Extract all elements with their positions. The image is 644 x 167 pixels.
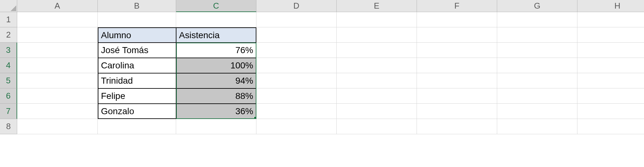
cell-A1[interactable] — [17, 12, 98, 27]
cell-E1[interactable] — [337, 12, 417, 27]
row-header-1[interactable]: 1 — [0, 12, 17, 27]
select-all-corner[interactable] — [0, 0, 17, 12]
cell-G3[interactable] — [497, 43, 577, 58]
cell-C6[interactable]: 88% — [176, 88, 256, 104]
cell-A4[interactable] — [17, 58, 98, 73]
cell-G1[interactable] — [497, 12, 577, 27]
cell-D8[interactable] — [256, 119, 337, 134]
cell-H2[interactable] — [577, 27, 644, 43]
cell-G6[interactable] — [497, 88, 577, 104]
cell-G8[interactable] — [497, 119, 577, 134]
cell-C1[interactable] — [176, 12, 256, 27]
cell-B6[interactable]: Felipe — [98, 88, 176, 104]
cell-B7[interactable]: Gonzalo — [98, 104, 176, 119]
cell-E4[interactable] — [337, 58, 417, 73]
row-header-3[interactable]: 3 — [0, 43, 17, 58]
col-header-E[interactable]: E — [337, 0, 417, 12]
cell-B3[interactable]: José Tomás — [98, 43, 176, 58]
cell-F5[interactable] — [417, 73, 497, 88]
cell-D2[interactable] — [256, 27, 337, 43]
cell-A2[interactable] — [17, 27, 98, 43]
cell-C8[interactable] — [176, 119, 256, 134]
cell-H7[interactable] — [577, 104, 644, 119]
cell-G7[interactable] — [497, 104, 577, 119]
col-header-A[interactable]: A — [17, 0, 98, 12]
cell-A5[interactable] — [17, 73, 98, 88]
cell-A3[interactable] — [17, 43, 98, 58]
cell-H1[interactable] — [577, 12, 644, 27]
col-header-C[interactable]: C — [176, 0, 256, 12]
cell-H5[interactable] — [577, 73, 644, 88]
cell-D3[interactable] — [256, 43, 337, 58]
cell-F4[interactable] — [417, 58, 497, 73]
row-header-2[interactable]: 2 — [0, 27, 17, 43]
cell-F6[interactable] — [417, 88, 497, 104]
col-header-D[interactable]: D — [256, 0, 337, 12]
cell-E6[interactable] — [337, 88, 417, 104]
cell-D4[interactable] — [256, 58, 337, 73]
cell-D6[interactable] — [256, 88, 337, 104]
cell-F7[interactable] — [417, 104, 497, 119]
cell-A8[interactable] — [17, 119, 98, 134]
row-header-4[interactable]: 4 — [0, 58, 17, 73]
cell-E8[interactable] — [337, 119, 417, 134]
cell-D1[interactable] — [256, 12, 337, 27]
col-header-G[interactable]: G — [497, 0, 577, 12]
cell-A6[interactable] — [17, 88, 98, 104]
cell-C5[interactable]: 94% — [176, 73, 256, 88]
cell-B8[interactable] — [98, 119, 176, 134]
cell-H4[interactable] — [577, 58, 644, 73]
cell-E7[interactable] — [337, 104, 417, 119]
cell-C7[interactable]: 36% — [176, 104, 256, 119]
cell-F8[interactable] — [417, 119, 497, 134]
cell-G5[interactable] — [497, 73, 577, 88]
cell-H6[interactable] — [577, 88, 644, 104]
cell-A7[interactable] — [17, 104, 98, 119]
row-header-7[interactable]: 7 — [0, 104, 17, 119]
col-header-H[interactable]: H — [577, 0, 644, 12]
cell-B2-alumno-header[interactable]: Alumno — [98, 27, 176, 43]
row-header-5[interactable]: 5 — [0, 73, 17, 88]
cell-E2[interactable] — [337, 27, 417, 43]
col-header-F[interactable]: F — [417, 0, 497, 12]
cell-B1[interactable] — [98, 12, 176, 27]
col-header-B[interactable]: B — [98, 0, 176, 12]
cell-F3[interactable] — [417, 43, 497, 58]
cell-B5[interactable]: Trinidad — [98, 73, 176, 88]
cell-C4[interactable]: 100% — [176, 58, 256, 73]
cell-F1[interactable] — [417, 12, 497, 27]
cell-F2[interactable] — [417, 27, 497, 43]
spreadsheet-container: A B C D E F G H 1 2 Alumno Asistencia 3 … — [0, 0, 644, 134]
cell-D5[interactable] — [256, 73, 337, 88]
cell-D7[interactable] — [256, 104, 337, 119]
cell-C3[interactable]: 76% — [176, 43, 256, 58]
cell-E3[interactable] — [337, 43, 417, 58]
row-header-8[interactable]: 8 — [0, 119, 17, 134]
cell-G4[interactable] — [497, 58, 577, 73]
cell-H8[interactable] — [577, 119, 644, 134]
cell-E5[interactable] — [337, 73, 417, 88]
spreadsheet-grid[interactable]: A B C D E F G H 1 2 Alumno Asistencia 3 … — [0, 0, 644, 134]
cell-C2-asistencia-header[interactable]: Asistencia — [176, 27, 256, 43]
row-header-6[interactable]: 6 — [0, 88, 17, 104]
cell-H3[interactable] — [577, 43, 644, 58]
cell-B4[interactable]: Carolina — [98, 58, 176, 73]
cell-G2[interactable] — [497, 27, 577, 43]
